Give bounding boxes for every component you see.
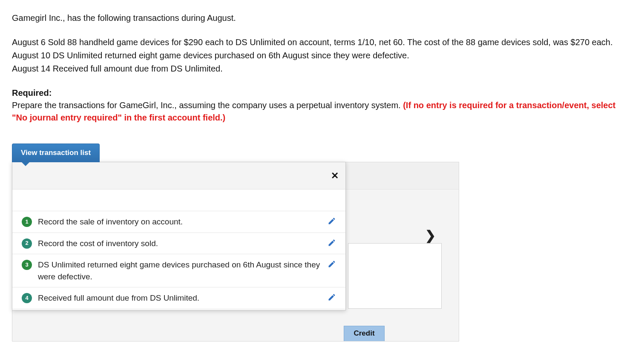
required-label: Required:	[12, 88, 52, 98]
transaction-list-popout: ✕ 1 Record the sale of inventory on acco…	[12, 162, 346, 310]
transaction-number-badge: 3	[22, 260, 32, 270]
transaction-number-badge: 1	[22, 217, 32, 227]
transaction-label: Record the sale of inventory on account.	[38, 216, 328, 228]
close-icon[interactable]: ✕	[331, 169, 339, 183]
amount-input-area[interactable]	[348, 243, 442, 309]
popout-header: ✕	[12, 162, 345, 189]
transaction-aug10: August 10 DS Unlimited returned eight ga…	[12, 49, 632, 62]
pencil-icon[interactable]	[328, 238, 336, 247]
required-instruction: Prepare the transactions for GameGirl, I…	[12, 100, 403, 110]
transaction-row[interactable]: 2 Record the cost of inventory sold.	[12, 233, 345, 255]
transaction-label: Record the cost of inventory sold.	[38, 238, 328, 250]
pencil-icon[interactable]	[328, 293, 336, 301]
pencil-icon[interactable]	[328, 217, 336, 225]
transaction-label: DS Unlimited returned eight game devices…	[38, 259, 328, 282]
journal-entry-widget: View transaction list ❯ Credit ✕ 1 Recor…	[12, 144, 459, 342]
transaction-label: Received full amount due from DS Unlimit…	[38, 292, 328, 304]
transaction-number-badge: 4	[22, 293, 32, 303]
transaction-row[interactable]: 3 DS Unlimited returned eight game devic…	[12, 254, 345, 287]
journal-panel: ❯ Credit ✕ 1 Record the sale of inventor…	[12, 162, 459, 342]
view-transaction-list-button[interactable]: View transaction list	[12, 144, 100, 162]
problem-statement: Gamegirl Inc., has the following transac…	[12, 12, 632, 124]
transaction-list: 1 Record the sale of inventory on accoun…	[12, 189, 345, 310]
intro-text: Gamegirl Inc., has the following transac…	[12, 12, 632, 24]
transaction-number-badge: 2	[22, 238, 32, 249]
transaction-aug14: August 14 Received full amount due from …	[12, 63, 632, 75]
pencil-icon[interactable]	[328, 260, 336, 268]
transaction-row[interactable]: 1 Record the sale of inventory on accoun…	[12, 211, 345, 233]
next-chevron-icon[interactable]: ❯	[425, 226, 436, 245]
transaction-aug6: August 6 Sold 88 handheld game devices f…	[12, 36, 632, 49]
credit-column-header: Credit	[344, 326, 385, 341]
transaction-row[interactable]: 4 Received full amount due from DS Unlim…	[12, 287, 345, 309]
